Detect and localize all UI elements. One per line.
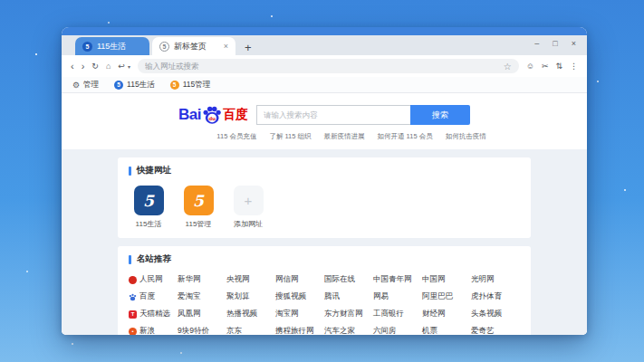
site-link[interactable]: 网易 (373, 291, 422, 302)
recent-pages-icon[interactable]: ↩ (118, 62, 125, 71)
site-link[interactable]: 京东 (226, 326, 275, 335)
tab-strip: 5 115生活 5 新标签页 × + – □ × (62, 35, 587, 55)
site-label: 天猫精选 (139, 309, 170, 319)
site-link[interactable]: 国际在线 (324, 274, 373, 285)
site-link[interactable]: 央视网 (226, 274, 275, 285)
site-link[interactable]: 中国青年网 (373, 274, 422, 285)
chevron-down-icon[interactable]: ▾ (128, 63, 130, 70)
hot-link[interactable]: 115 会员充值 (216, 132, 256, 141)
site-label: 9块9特价 (178, 326, 209, 335)
site-link[interactable]: 汽车之家 (324, 326, 373, 335)
site-link[interactable]: 百度 (129, 291, 178, 302)
site-label: 央视网 (226, 274, 250, 285)
tab-close-icon[interactable]: × (224, 42, 228, 51)
hot-link[interactable]: 了解 115 组织 (269, 132, 311, 141)
minimize-button[interactable]: – (534, 39, 539, 48)
site-label: 工商银行 (373, 309, 404, 319)
site-link[interactable]: 人民网 (129, 274, 178, 285)
site-link[interactable]: 机票 (422, 326, 471, 335)
home-icon[interactable]: ⌂ (106, 62, 111, 71)
site-label: 中国网 (422, 274, 446, 285)
bookmark-manage[interactable]: ⚙ 管理 (72, 80, 99, 90)
bookmark-item[interactable]: 5115生活 (114, 80, 155, 90)
tile-label: 添加网址 (234, 219, 263, 229)
new-tab-button[interactable]: + (245, 42, 252, 53)
bookmark-item[interactable]: 5115管理 (170, 80, 211, 90)
site-link[interactable]: 搜狐视频 (275, 291, 324, 302)
bookmark-star-icon[interactable]: ☆ (504, 62, 512, 71)
site-link[interactable]: 光明网 (471, 274, 520, 285)
site-link[interactable]: 携程旅行网 (275, 326, 324, 335)
site-label: 虎扑体育 (471, 291, 502, 302)
site-link[interactable]: 头条视频 (471, 309, 520, 319)
section-accent-bar (129, 255, 131, 264)
site-link[interactable]: 凤凰网 (178, 309, 226, 319)
site-link[interactable]: 9块9特价 (178, 326, 226, 335)
browser-window: 5 115生活 5 新标签页 × + – □ × ‹ › ↻ ⌂ ↩ ▾ ☆ ☺… (62, 27, 587, 335)
hot-links: 115 会员充值了解 115 组织最新疫情进展如何开通 115 会员如何抗击疫情 (116, 132, 587, 141)
tile-label: 115管理 (186, 219, 212, 229)
site-link[interactable]: 聚划算 (226, 291, 275, 302)
bookmark-label: 115管理 (183, 80, 211, 90)
site-label: 六间房 (373, 326, 397, 335)
site-link[interactable]: 六间房 (373, 326, 422, 335)
site-label: 百度 (139, 291, 155, 302)
search-input[interactable] (256, 105, 410, 125)
site-link[interactable]: 阿里巴巴 (422, 291, 471, 302)
page-content: 快捷网址 5115生活5115管理+添加网址 名站推荐 人民网新华网央视网网信网… (62, 149, 587, 335)
quick-links-title: 快捷网址 (137, 165, 171, 176)
account-icon[interactable]: ☺ (526, 62, 534, 71)
bookmark-label: 115生活 (127, 80, 155, 90)
back-icon[interactable]: ‹ (71, 62, 74, 71)
baidu-paw-icon (129, 293, 137, 301)
menu-dots-icon[interactable]: ⋮ (570, 62, 578, 71)
bookmarks-bar: ⚙ 管理 5115生活5115管理 (62, 77, 587, 93)
address-bar[interactable]: ☆ (138, 59, 519, 73)
site-link[interactable]: 网信网 (275, 274, 324, 285)
site-tile-icon: 5 (184, 186, 214, 215)
115-life-tab-icon: 5 (82, 42, 92, 52)
reload-icon[interactable]: ↻ (91, 62, 99, 71)
forward-icon[interactable]: › (82, 62, 85, 71)
site-link[interactable]: 中国网 (422, 274, 471, 285)
section-accent-bar (129, 167, 131, 176)
site-tile-icon: 5 (134, 186, 164, 215)
site-link[interactable]: 财经网 (422, 309, 471, 319)
hot-link[interactable]: 如何开通 115 会员 (378, 132, 433, 141)
site-link[interactable]: 新华网 (178, 274, 226, 285)
site-label: 国际在线 (324, 274, 355, 285)
site-link[interactable]: T天猫精选 (129, 309, 178, 319)
site-label: 凤凰网 (178, 309, 201, 319)
site-link[interactable]: 热播视频 (226, 309, 275, 319)
window-controls: – □ × (534, 39, 576, 48)
site-label: 新浪 (139, 326, 155, 335)
search-button[interactable]: 搜索 (410, 105, 470, 125)
site-link[interactable]: 工商银行 (373, 309, 422, 319)
site-link[interactable]: •新浪 (129, 326, 178, 335)
add-site-tile[interactable]: +添加网址 (230, 186, 266, 229)
site-link[interactable]: 爱奇艺 (471, 326, 520, 335)
site-link[interactable]: 虎扑体育 (471, 291, 520, 302)
site-link[interactable]: 爱淘宝 (178, 291, 226, 302)
baidu-paw-icon: du (202, 105, 222, 125)
baidu-logo-text: Bai (178, 106, 201, 124)
site-link[interactable]: 腾讯 (324, 291, 373, 302)
site-link[interactable]: 淘宝网 (275, 309, 324, 319)
site-link[interactable]: 东方财富网 (324, 309, 373, 319)
quick-tiles: 5115生活5115管理+添加网址 (130, 186, 520, 229)
screenshot-scissors-icon[interactable]: ✂ (542, 62, 549, 71)
site-label: 头条视频 (471, 309, 502, 319)
close-button[interactable]: × (572, 39, 576, 48)
hot-link[interactable]: 最新疫情进展 (324, 132, 365, 141)
window-titlebar[interactable] (62, 27, 587, 35)
address-input[interactable] (145, 62, 504, 71)
tab-new-page[interactable]: 5 新标签页 × (152, 37, 235, 55)
site-label: 聚划算 (226, 291, 250, 302)
quick-site-tile[interactable]: 5115生活 (130, 186, 167, 229)
quick-site-tile[interactable]: 5115管理 (180, 186, 216, 229)
maximize-button[interactable]: □ (553, 39, 557, 48)
tab-115-life[interactable]: 5 115生活 (75, 37, 149, 55)
transfer-icon[interactable]: ⇅ (555, 62, 562, 71)
tab-label: 115生活 (97, 41, 126, 52)
hot-link[interactable]: 如何抗击疫情 (446, 132, 486, 141)
